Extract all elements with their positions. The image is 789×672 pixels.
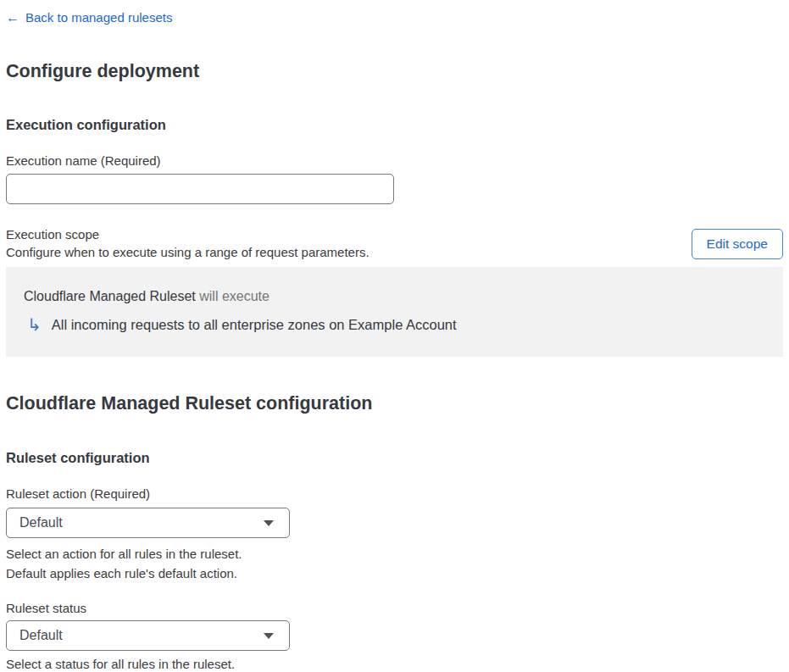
- ruleset-action-select[interactable]: Default: [6, 508, 290, 538]
- ruleset-configuration-title: Cloudflare Managed Ruleset configuration: [6, 392, 783, 414]
- execution-scope-description: Configure when to execute using a range …: [6, 243, 369, 262]
- edit-scope-button[interactable]: Edit scope: [692, 229, 783, 259]
- execution-summary-line1: Cloudflare Managed Ruleset will execute: [24, 287, 765, 306]
- ruleset-status-select[interactable]: Default: [6, 620, 290, 651]
- elbow-arrow-icon: ↳: [24, 316, 42, 333]
- execution-name-label: Execution name (Required): [6, 153, 783, 169]
- execution-scope-label: Execution scope: [6, 225, 369, 243]
- summary-will-execute: will execute: [196, 289, 269, 303]
- page-title: Configure deployment: [6, 60, 783, 82]
- summary-scope-text: All incoming requests to all enterprise …: [52, 314, 457, 335]
- ruleset-status-label: Ruleset status: [6, 600, 783, 616]
- ruleset-action-help-line2: Default applies each rule's default acti…: [6, 564, 783, 583]
- execution-configuration-heading: Execution configuration: [6, 116, 783, 134]
- execution-summary-line2: ↳ All incoming requests to all enterpris…: [24, 314, 765, 335]
- chevron-down-icon: [264, 520, 274, 526]
- back-to-managed-rulesets-link[interactable]: ← Back to managed rulesets: [6, 10, 172, 25]
- ruleset-status-help-line1: Select a status for all rules in the rul…: [6, 656, 783, 672]
- back-arrow-icon: ←: [6, 11, 19, 25]
- ruleset-action-selected-value: Default: [19, 515, 63, 530]
- ruleset-action-label: Ruleset action (Required): [6, 486, 783, 502]
- execution-summary-box: Cloudflare Managed Ruleset will execute …: [6, 267, 783, 357]
- ruleset-action-help-line1: Select an action for all rules in the ru…: [6, 544, 783, 564]
- execution-name-input[interactable]: [6, 174, 394, 204]
- back-link-label: Back to managed rulesets: [25, 10, 172, 25]
- ruleset-configuration-subheading: Ruleset configuration: [6, 449, 783, 467]
- chevron-down-icon: [264, 633, 274, 639]
- execution-scope-row: Execution scope Configure when to execut…: [6, 225, 783, 262]
- ruleset-status-selected-value: Default: [19, 628, 63, 643]
- execution-scope-text: Execution scope Configure when to execut…: [6, 225, 369, 262]
- summary-ruleset-name: Cloudflare Managed Ruleset: [24, 289, 196, 303]
